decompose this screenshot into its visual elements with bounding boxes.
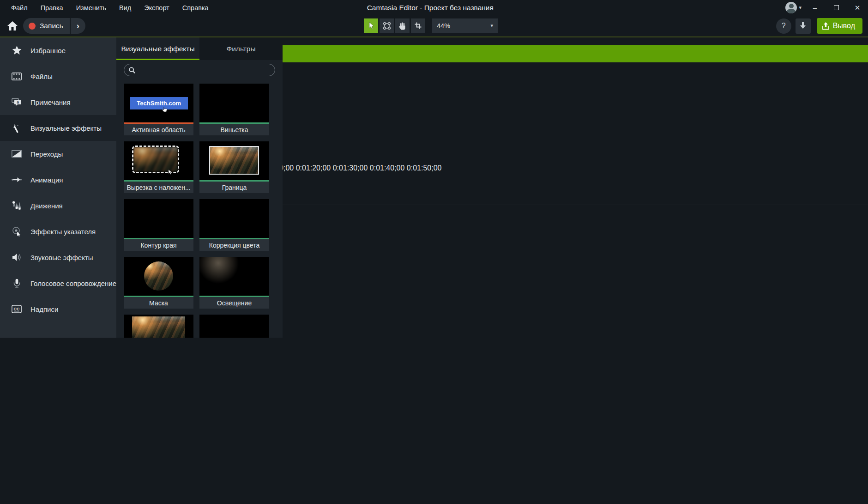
sidebar-item-voice-narration[interactable]: Голосовое сопровождение: [0, 270, 116, 296]
menu-export[interactable]: Экспорт: [138, 4, 175, 12]
transform-icon: [383, 22, 391, 30]
main-area: Избранное Файлы a Примечания Визуальные …: [0, 37, 868, 338]
maximize-icon: [834, 5, 839, 10]
search-input[interactable]: [139, 66, 270, 74]
effect-label: Освещение: [199, 297, 269, 309]
animation-arrow-icon: [12, 177, 22, 182]
download-arrow-icon: [800, 22, 806, 30]
maximize-button[interactable]: [826, 0, 847, 15]
effect-thumb: [199, 141, 269, 180]
effect-label: Контур края: [124, 239, 193, 251]
effect-tile-edges[interactable]: Контур края: [124, 199, 193, 251]
hand-cursor-icon: [162, 106, 168, 113]
effect-tile-mask[interactable]: Маска: [124, 257, 193, 309]
chevron-down-icon: ▾: [490, 23, 493, 29]
sidebar-item-favorites[interactable]: Избранное: [0, 37, 116, 63]
tab-filters[interactable]: Фильтры: [199, 37, 283, 60]
svg-text:a: a: [17, 100, 19, 104]
download-button[interactable]: [796, 18, 811, 34]
sidebar-item-behaviors[interactable]: Движения: [0, 193, 116, 219]
svg-text:CC: CC: [14, 307, 20, 311]
minimize-button[interactable]: –: [804, 0, 826, 15]
canvas-tools: 44% ▾: [364, 18, 498, 33]
effect-tile-color-adjustment[interactable]: Коррекция цвета: [199, 199, 269, 251]
effects-search[interactable]: [124, 64, 275, 76]
close-button[interactable]: ✕: [847, 0, 868, 15]
record-expand-button[interactable]: ›: [71, 18, 85, 34]
menu-file[interactable]: Файл: [5, 4, 34, 12]
share-up-icon: [822, 22, 829, 30]
search-icon: [129, 67, 135, 73]
sidebar-item-label: Избранное: [30, 47, 66, 55]
effects-grid: TechSmith.com Активная область Виньетка: [124, 84, 276, 338]
sidebar-item-media[interactable]: Файлы: [0, 63, 116, 89]
effect-label: Маска: [124, 297, 193, 309]
effect-thumb: TechSmith.com: [124, 84, 193, 122]
home-button[interactable]: [5, 18, 20, 34]
sidebar-item-annotations[interactable]: a Примечания: [0, 89, 116, 115]
menu-help[interactable]: Справка: [176, 4, 215, 12]
tab-visual-effects[interactable]: Визуальные эффекты: [116, 37, 199, 60]
annotation-bubble-icon: a: [12, 98, 22, 106]
sidebar-item-label: Звуковые эффекты: [30, 254, 93, 261]
select-tool-button[interactable]: [364, 18, 378, 33]
effect-thumb: [199, 84, 269, 122]
menu-view[interactable]: Вид: [113, 4, 138, 12]
export-label: Вывод: [833, 22, 855, 30]
effect-tile-remove-color[interactable]: [199, 315, 269, 338]
motion-comets-icon: [12, 201, 22, 210]
pan-tool-button[interactable]: [395, 18, 410, 33]
record-button[interactable]: Запись: [23, 18, 70, 34]
export-button[interactable]: Вывод: [817, 18, 862, 34]
effect-label: Граница: [199, 182, 269, 193]
menu-modify[interactable]: Изменить: [70, 4, 113, 12]
sidebar-item-cursor-effects[interactable]: Эффекты указателя: [0, 219, 116, 244]
home-icon: [7, 21, 18, 30]
effect-label: Виньетка: [199, 124, 269, 135]
effect-tile-reflection[interactable]: [124, 315, 193, 338]
effect-tile-cutout[interactable]: Вырезка с наложен...: [124, 141, 193, 193]
help-button[interactable]: ?: [776, 18, 791, 34]
menu-edit[interactable]: Правка: [34, 4, 70, 12]
effect-label: Коррекция цвета: [199, 239, 269, 251]
sidebar-item-label: Эффекты указателя: [30, 228, 96, 236]
speaker-icon: [12, 253, 22, 261]
sidebar-item-label: Файлы: [30, 73, 53, 80]
effect-thumb: [124, 315, 193, 338]
canvas-zoom-select[interactable]: 44% ▾: [432, 18, 498, 33]
effect-label: Активная область: [124, 124, 193, 135]
sidebar-item-label: Движения: [30, 202, 63, 210]
sidebar: Избранное Файлы a Примечания Визуальные …: [0, 37, 116, 338]
cursor-icon: [168, 169, 174, 175]
account-caret-icon[interactable]: ▾: [799, 5, 802, 11]
crop-tool-button[interactable]: [411, 18, 425, 33]
hand-icon: [398, 22, 406, 30]
sidebar-item-audio-effects[interactable]: Звуковые эффекты: [0, 244, 116, 270]
toolbar: Запись ›: [0, 15, 868, 37]
hotspot-banner: TechSmith.com: [130, 97, 188, 110]
sidebar-item-label: Надписи: [30, 305, 58, 313]
effects-panel: Визуальные эффекты Фильтры TechSmith.com: [116, 37, 283, 338]
sidebar-item-captions[interactable]: CC Надписи: [0, 296, 116, 322]
transform-tool-button[interactable]: [380, 18, 394, 33]
film-icon: [12, 73, 22, 80]
menubar: Файл Правка Изменить Вид Экспорт Справка…: [0, 0, 868, 15]
record-dot-icon: [29, 23, 36, 30]
canvas-zoom-value: 44%: [437, 22, 450, 30]
effect-tile-vignette[interactable]: Виньетка: [199, 84, 269, 135]
sidebar-item-visual-effects[interactable]: Визуальные эффекты: [0, 115, 116, 141]
effect-tile-lighting[interactable]: Освещение: [199, 257, 269, 309]
effect-tile-hotspot[interactable]: TechSmith.com Активная область: [124, 84, 193, 135]
effects-tabs: Визуальные эффекты Фильтры: [116, 37, 283, 60]
effect-thumb: [199, 257, 269, 296]
record-label: Запись: [40, 22, 63, 30]
account-avatar[interactable]: [785, 2, 797, 13]
sidebar-item-label: Голосовое сопровождение: [30, 279, 116, 287]
effect-thumb: [199, 315, 269, 338]
sidebar-item-animations[interactable]: Анимация: [0, 167, 116, 193]
effect-tile-border[interactable]: Граница: [199, 141, 269, 193]
cursor-effects-icon: [12, 227, 22, 237]
sidebar-item-label: Переходы: [30, 150, 63, 158]
sidebar-item-transitions[interactable]: Переходы: [0, 141, 116, 167]
microphone-icon: [12, 279, 22, 288]
